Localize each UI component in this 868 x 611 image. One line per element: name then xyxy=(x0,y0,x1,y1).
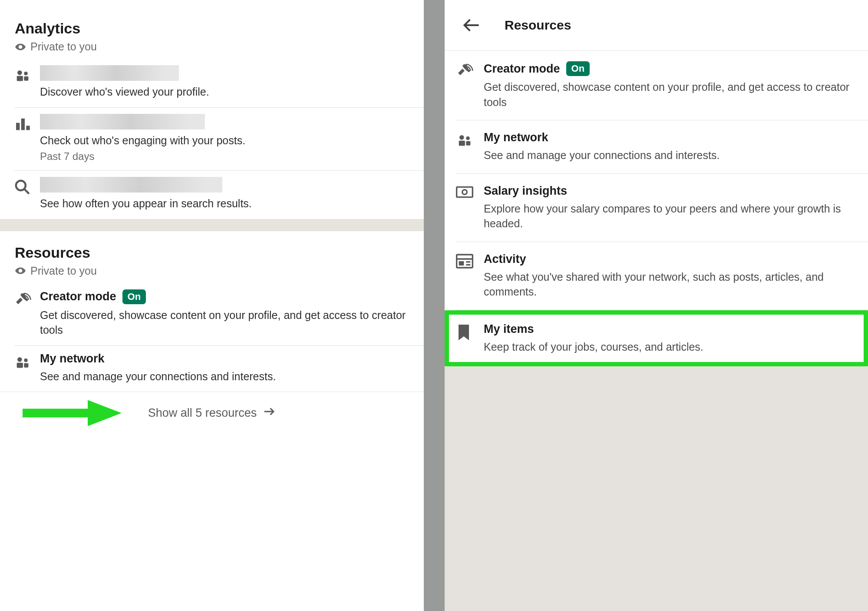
svg-point-7 xyxy=(16,181,26,190)
redacted-stat xyxy=(40,177,222,193)
show-all-resources-button[interactable]: Show all 5 resources xyxy=(0,392,424,437)
svg-rect-4 xyxy=(16,123,20,130)
svg-rect-6 xyxy=(26,126,30,130)
eye-icon xyxy=(15,41,26,53)
analytics-item-desc: Discover who's viewed your profile. xyxy=(40,84,410,100)
analytics-title: Analytics xyxy=(0,0,424,40)
svg-rect-19 xyxy=(466,141,470,146)
analytics-item-subdesc: Past 7 days xyxy=(40,150,410,163)
resource-item-my-items[interactable]: My items Keep track of your jobs, course… xyxy=(449,315,864,362)
analytics-privacy-text: Private to you xyxy=(30,40,97,53)
resource-item-desc: Get discovered, showcase content on your… xyxy=(40,308,410,338)
svg-rect-18 xyxy=(459,141,465,146)
resource-item-desc: Explore how your salary compares to your… xyxy=(484,201,854,231)
eye-icon xyxy=(15,265,26,276)
section-divider xyxy=(0,219,424,231)
analytics-item-post-engagement[interactable]: Check out who's engaging with your posts… xyxy=(0,108,424,171)
resource-item-title: My network xyxy=(484,131,548,144)
analytics-privacy: Private to you xyxy=(0,40,424,59)
svg-point-1 xyxy=(24,72,28,76)
svg-point-10 xyxy=(24,358,28,362)
resource-item-desc: See and manage your connections and inte… xyxy=(40,369,410,384)
resource-item-title: Activity xyxy=(484,252,526,266)
bar-chart-icon xyxy=(14,114,40,163)
resources-list: Creator mode On Get discovered, showcase… xyxy=(445,51,868,366)
svg-rect-3 xyxy=(24,76,28,81)
svg-point-21 xyxy=(462,189,467,194)
resources-title: Resources xyxy=(0,231,424,264)
satellite-icon xyxy=(456,61,484,110)
money-icon xyxy=(456,184,484,231)
resource-item-activity[interactable]: Activity See what you've shared with you… xyxy=(445,242,868,310)
analytics-item-search-appearances[interactable]: See how often you appear in search resul… xyxy=(0,171,424,219)
resource-item-title: My network xyxy=(40,352,105,365)
svg-line-8 xyxy=(24,189,29,194)
analytics-item-profile-views[interactable]: Discover who's viewed your profile. xyxy=(0,59,424,107)
resource-item-desc: See what you've shared with your network… xyxy=(484,269,854,299)
newspaper-icon xyxy=(456,252,484,299)
resource-item-creator-mode[interactable]: Creator mode On Get discovered, showcase… xyxy=(445,51,868,120)
show-all-label: Show all 5 resources xyxy=(148,406,257,420)
people-icon xyxy=(456,131,484,163)
right-header: Resources xyxy=(445,0,868,51)
redacted-stat xyxy=(40,65,179,81)
empty-space xyxy=(445,366,868,611)
svg-rect-12 xyxy=(24,363,28,367)
svg-point-9 xyxy=(17,357,22,362)
people-icon xyxy=(14,352,40,384)
analytics-item-desc: Check out who's engaging with your posts… xyxy=(40,133,410,148)
right-panel: Resources Creator mode On Get discovered… xyxy=(445,0,868,611)
satellite-icon xyxy=(14,289,40,338)
resource-item-desc: Keep track of your jobs, courses, and ar… xyxy=(484,339,850,355)
svg-rect-24 xyxy=(459,261,464,266)
resource-item-title: Creator mode xyxy=(40,290,116,303)
back-button[interactable] xyxy=(462,16,492,35)
svg-point-16 xyxy=(459,135,464,140)
svg-rect-2 xyxy=(17,76,23,81)
highlight-annotation: My items Keep track of your jobs, course… xyxy=(445,310,868,367)
on-badge: On xyxy=(566,61,590,76)
svg-rect-5 xyxy=(21,118,25,130)
svg-point-17 xyxy=(466,136,470,140)
panel-divider xyxy=(424,0,445,611)
resources-privacy-text: Private to you xyxy=(30,265,97,277)
redacted-stat xyxy=(40,114,205,130)
svg-marker-13 xyxy=(23,400,122,426)
resource-item-my-network[interactable]: My network See and manage your connectio… xyxy=(445,120,868,173)
resource-item-creator-mode[interactable]: Creator mode On Get discovered, showcase… xyxy=(0,283,424,345)
annotation-arrow-icon xyxy=(23,397,122,432)
people-icon xyxy=(14,65,40,100)
svg-point-0 xyxy=(17,70,22,75)
resource-item-desc: Get discovered, showcase content on your… xyxy=(484,80,854,110)
resource-item-title: Salary insights xyxy=(484,184,567,198)
right-header-title: Resources xyxy=(505,18,571,33)
search-icon xyxy=(14,177,40,211)
resource-item-title: My items xyxy=(484,322,534,336)
on-badge: On xyxy=(122,289,146,304)
resource-item-my-network[interactable]: My network See and manage your connectio… xyxy=(0,346,424,392)
resource-item-title: Creator mode xyxy=(484,62,560,76)
svg-rect-20 xyxy=(457,187,473,197)
analytics-item-desc: See how often you appear in search resul… xyxy=(40,196,410,211)
svg-rect-11 xyxy=(17,362,23,368)
left-panel: Analytics Private to you Discover who's … xyxy=(0,0,424,611)
arrow-right-icon xyxy=(263,405,276,421)
resource-item-salary-insights[interactable]: Salary insights Explore how your salary … xyxy=(445,174,868,242)
bookmark-icon xyxy=(456,322,484,355)
resource-item-desc: See and manage your connections and inte… xyxy=(484,148,854,163)
resources-privacy: Private to you xyxy=(0,264,424,283)
